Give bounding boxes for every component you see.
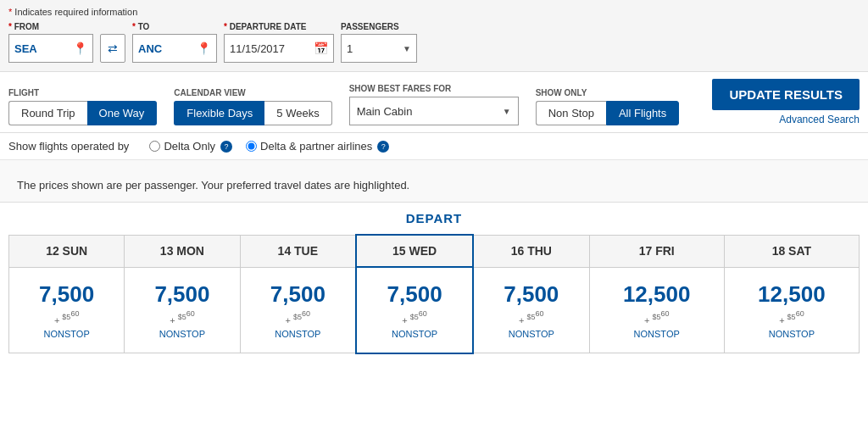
from-input-wrap[interactable]: 📍 — [8, 34, 93, 63]
show-only-label: SHOW ONLY — [536, 88, 680, 97]
from-group: * FROM 📍 — [8, 22, 93, 63]
calendar-price-cell[interactable]: 12,500 + $560 NONSTOP — [724, 267, 859, 353]
advanced-search-link[interactable]: Advanced Search — [779, 114, 860, 125]
one-way-button[interactable]: One Way — [87, 101, 158, 125]
show-best-fares-label: SHOW BEST FARES FOR — [349, 84, 519, 93]
show-only-group: SHOW ONLY Non Stop All Flights — [536, 88, 680, 125]
calendar-day-header: 16 THU — [473, 235, 589, 267]
date-input[interactable] — [230, 42, 310, 55]
to-input[interactable] — [138, 42, 193, 55]
nonstop-label: NONSTOP — [249, 329, 348, 339]
calendar-price-cell[interactable]: 7,500 + $560 NONSTOP — [9, 267, 125, 353]
swap-button[interactable]: ⇄ — [100, 34, 125, 63]
price-miles: 12,500 — [733, 281, 850, 308]
nonstop-label: NONSTOP — [598, 329, 715, 339]
flight-options-row: FLIGHT Round Trip One Way CALENDAR VIEW … — [0, 72, 868, 133]
price-miles: 7,500 — [249, 281, 348, 308]
from-input[interactable] — [14, 42, 70, 55]
price-plus: + $560 — [482, 309, 581, 325]
price-plus: + $560 — [133, 309, 231, 325]
nonstop-label: NONSTOP — [18, 329, 115, 339]
nonstop-label: NONSTOP — [733, 329, 850, 339]
flexible-days-button[interactable]: Flexible Days — [174, 101, 264, 125]
depart-label: DEPART — [8, 211, 860, 225]
flight-type-toggle: Round Trip One Way — [8, 101, 157, 125]
calendar-price-cell[interactable]: 7,500 + $560 NONSTOP — [473, 267, 589, 353]
update-results-button[interactable]: UPDATE RESULTS — [712, 79, 860, 110]
calendar-price-cell[interactable]: 7,500 + $560 NONSTOP — [356, 267, 473, 353]
to-label: * TO — [132, 22, 217, 31]
to-input-wrap[interactable]: 📍 — [132, 34, 217, 63]
calendar-header-row: 12 SUN13 MON14 TUE15 WED16 THU17 FRI18 S… — [9, 235, 860, 267]
calendar-table: 12 SUN13 MON14 TUE15 WED16 THU17 FRI18 S… — [8, 234, 860, 354]
price-plus: + $560 — [365, 309, 464, 325]
calendar-day-header: 15 WED — [356, 235, 473, 267]
top-bar: * Indicates required information * FROM … — [0, 0, 868, 72]
fares-select[interactable]: Main Cabin First Class Business — [357, 105, 503, 118]
calendar-day-header: 12 SUN — [9, 235, 125, 267]
flight-label: FLIGHT — [8, 88, 157, 97]
departure-date-label: * DEPARTURE DATE — [224, 22, 334, 31]
prices-note-text: The prices shown are per passenger. Your… — [8, 169, 860, 197]
round-trip-button[interactable]: Round Trip — [8, 101, 87, 125]
calendar-price-cell[interactable]: 7,500 + $560 NONSTOP — [240, 267, 356, 353]
prices-note-section: The prices shown are per passenger. Your… — [0, 160, 868, 203]
update-results-area: UPDATE RESULTS Advanced Search — [712, 79, 860, 125]
delta-only-text: Delta Only — [164, 140, 215, 153]
calendar-price-cell[interactable]: 12,500 + $560 NONSTOP — [589, 267, 724, 353]
operated-by-row: Show flights operated by Delta Only ? De… — [0, 133, 868, 160]
calendar-view-label: CALENDAR VIEW — [174, 88, 331, 97]
calendar-view-toggle: Flexible Days 5 Weeks — [174, 101, 331, 125]
all-flights-button[interactable]: All Flights — [606, 101, 679, 125]
price-plus: + $560 — [249, 309, 348, 325]
calendar-icon: 📅 — [314, 42, 328, 55]
show-only-toggle: Non Stop All Flights — [536, 101, 680, 125]
calendar-view-group: CALENDAR VIEW Flexible Days 5 Weeks — [174, 88, 331, 125]
calendar-day-header: 13 MON — [125, 235, 240, 267]
calendar-day-header: 14 TUE — [240, 235, 356, 267]
departure-date-group: * DEPARTURE DATE 📅 — [224, 22, 334, 63]
passengers-select-wrap[interactable]: 1 2 3 4 ▼ — [341, 34, 417, 63]
non-stop-button[interactable]: Non Stop — [536, 101, 606, 125]
flight-type-group: FLIGHT Round Trip One Way — [8, 88, 157, 125]
required-info-text: Indicates required information — [14, 7, 137, 17]
delta-partner-radio[interactable] — [246, 141, 257, 152]
price-miles: 12,500 — [598, 281, 715, 308]
nonstop-label: NONSTOP — [482, 329, 581, 339]
price-plus: + $560 — [598, 309, 715, 325]
location-icon-from: 📍 — [73, 42, 87, 55]
fares-dropdown-arrow-icon: ▼ — [503, 107, 511, 116]
passengers-select[interactable]: 1 2 3 4 — [347, 42, 403, 55]
delta-partner-radio-label[interactable]: Delta & partner airlines ? — [246, 140, 389, 153]
location-icon-to: 📍 — [197, 42, 211, 55]
price-plus: + $560 — [733, 309, 850, 325]
depart-section: DEPART 12 SUN13 MON14 TUE15 WED16 THU17 … — [0, 203, 868, 363]
calendar-day-header: 18 SAT — [724, 235, 859, 267]
passengers-group: PASSENGERS 1 2 3 4 ▼ — [341, 22, 417, 63]
date-input-wrap[interactable]: 📅 — [224, 34, 334, 63]
fares-select-wrap[interactable]: Main Cabin First Class Business ▼ — [349, 97, 519, 125]
delta-only-info-icon[interactable]: ? — [220, 141, 232, 153]
delta-partner-text: Delta & partner airlines — [260, 140, 372, 153]
delta-partner-info-icon[interactable]: ? — [377, 141, 389, 153]
price-miles: 7,500 — [482, 281, 581, 308]
five-weeks-button[interactable]: 5 Weeks — [264, 101, 331, 125]
price-miles: 7,500 — [365, 281, 464, 308]
calendar-price-cell[interactable]: 7,500 + $560 NONSTOP — [125, 267, 240, 353]
nonstop-label: NONSTOP — [365, 329, 464, 339]
price-plus: + $560 — [18, 309, 115, 325]
fields-row: * FROM 📍 ⇄ * TO 📍 * DEPART — [8, 22, 860, 63]
required-info: * Indicates required information — [8, 7, 860, 17]
to-group: * TO 📍 — [132, 22, 217, 63]
calendar-price-row: 7,500 + $560 NONSTOP 7,500 + $560 NONSTO… — [9, 267, 860, 353]
delta-only-radio-label[interactable]: Delta Only ? — [149, 140, 232, 153]
show-best-fares-group: SHOW BEST FARES FOR Main Cabin First Cla… — [349, 84, 519, 125]
price-miles: 7,500 — [18, 281, 115, 308]
delta-only-radio[interactable] — [149, 141, 160, 152]
from-label: * FROM — [8, 22, 93, 31]
price-miles: 7,500 — [133, 281, 231, 308]
passengers-arrow-icon: ▼ — [403, 44, 411, 53]
nonstop-label: NONSTOP — [133, 329, 231, 339]
operated-by-label: Show flights operated by — [8, 140, 129, 153]
calendar-day-header: 17 FRI — [589, 235, 724, 267]
